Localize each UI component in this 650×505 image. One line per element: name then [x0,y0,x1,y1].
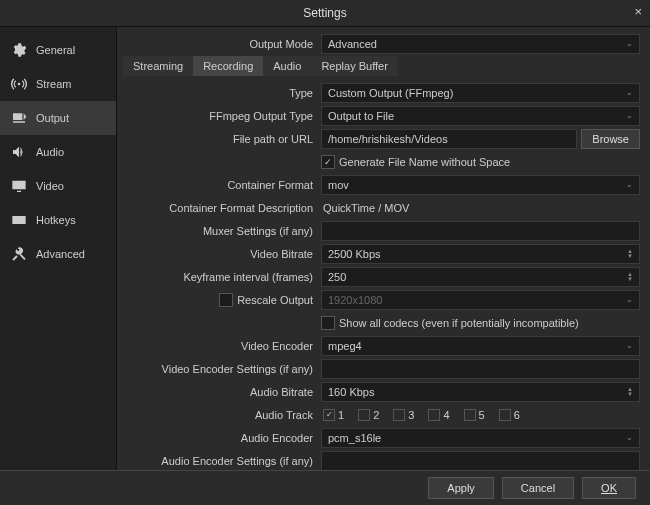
audio-enc-settings-input[interactable] [321,451,640,471]
sidebar-item-video[interactable]: Video [0,169,116,203]
sidebar-item-label: General [36,44,75,56]
checkmark-icon: ✓ [321,155,335,169]
audio-track-label: Audio Track [123,409,321,421]
tab-recording[interactable]: Recording [193,56,263,76]
sidebar-item-advanced[interactable]: Advanced [0,237,116,271]
speaker-icon [10,143,28,161]
sidebar-item-label: Hotkeys [36,214,76,226]
tab-streaming[interactable]: Streaming [123,56,193,76]
muxer-settings-input[interactable] [321,221,640,241]
sidebar-item-general[interactable]: General [0,33,116,67]
chevron-down-icon: ⌄ [626,35,633,53]
sidebar: General Stream Output Audio Video Hotkey… [0,27,117,470]
checkmark-icon: ✓ [323,409,335,421]
audio-enc-settings-label: Audio Encoder Settings (if any) [123,455,321,467]
filepath-input[interactable]: /home/hrishikesh/Videos [321,129,577,149]
audio-track-1[interactable]: ✓1 [323,409,344,421]
video-encoder-select[interactable]: mpeg4⌄ [321,336,640,356]
video-bitrate-label: Video Bitrate [123,248,321,260]
tab-audio[interactable]: Audio [263,56,311,76]
spinner-arrows-icon: ▲▼ [627,249,633,259]
filepath-label: File path or URL [123,133,321,145]
apply-button[interactable]: Apply [428,477,494,499]
audio-encoder-select[interactable]: pcm_s16le⌄ [321,428,640,448]
sidebar-item-label: Video [36,180,64,192]
sidebar-item-hotkeys[interactable]: Hotkeys [0,203,116,237]
dialog-footer: Apply Cancel OK [0,470,650,505]
audio-bitrate-label: Audio Bitrate [123,386,321,398]
rescale-label: Rescale Output [123,293,321,307]
ffmpeg-type-label: FFmpeg Output Type [123,110,321,122]
output-mode-select[interactable]: Advanced⌄ [321,34,640,54]
output-tabs: Streaming Recording Audio Replay Buffer [123,56,398,76]
content-panel: Output Mode Advanced⌄ Streaming Recordin… [117,27,650,470]
main-area: General Stream Output Audio Video Hotkey… [0,27,650,470]
container-format-label: Container Format [123,179,321,191]
chevron-down-icon: ⌄ [626,337,633,355]
audio-track-5[interactable]: 5 [464,409,485,421]
audio-track-6[interactable]: 6 [499,409,520,421]
rescale-checkbox[interactable] [219,293,233,307]
sidebar-item-label: Output [36,112,69,124]
output-icon [10,109,28,127]
chevron-down-icon: ⌄ [626,176,633,194]
sidebar-item-label: Advanced [36,248,85,260]
broadcast-icon [10,75,28,93]
tools-icon [10,245,28,263]
gen-filename-checkbox[interactable]: ✓Generate File Name without Space [321,155,510,169]
audio-encoder-label: Audio Encoder [123,432,321,444]
sidebar-item-stream[interactable]: Stream [0,67,116,101]
muxer-settings-label: Muxer Settings (if any) [123,225,321,237]
audio-track-3[interactable]: 3 [393,409,414,421]
keyboard-icon [10,211,28,229]
video-enc-settings-input[interactable] [321,359,640,379]
keyframe-label: Keyframe interval (frames) [123,271,321,283]
show-all-codecs-checkbox[interactable]: Show all codecs (even if potentially inc… [321,316,579,330]
sidebar-item-output[interactable]: Output [0,101,116,135]
type-select[interactable]: Custom Output (FFmpeg)⌄ [321,83,640,103]
chevron-down-icon: ⌄ [626,429,633,447]
browse-button[interactable]: Browse [581,129,640,149]
container-desc-value: QuickTime / MOV [321,202,409,214]
container-format-select[interactable]: mov⌄ [321,175,640,195]
audio-track-2[interactable]: 2 [358,409,379,421]
cancel-button[interactable]: Cancel [502,477,574,499]
close-icon[interactable]: × [634,4,642,19]
spinner-arrows-icon: ▲▼ [627,272,633,282]
spinner-arrows-icon: ▲▼ [627,387,633,397]
container-desc-label: Container Format Description [123,202,321,214]
chevron-down-icon: ⌄ [626,84,633,102]
rescale-select[interactable]: 1920x1080⌄ [321,290,640,310]
sidebar-item-audio[interactable]: Audio [0,135,116,169]
titlebar: Settings × [0,0,650,27]
tab-replay-buffer[interactable]: Replay Buffer [311,56,397,76]
ffmpeg-type-select[interactable]: Output to File⌄ [321,106,640,126]
ok-button[interactable]: OK [582,477,636,499]
window-title: Settings [303,6,346,20]
video-encoder-label: Video Encoder [123,340,321,352]
chevron-down-icon: ⌄ [626,291,633,309]
type-label: Type [123,87,321,99]
audio-track-4[interactable]: 4 [428,409,449,421]
monitor-icon [10,177,28,195]
output-mode-label: Output Mode [123,38,321,50]
audio-bitrate-spinbox[interactable]: 160 Kbps▲▼ [321,382,640,402]
audio-track-group: ✓1 2 3 4 5 6 [321,409,520,421]
sidebar-item-label: Audio [36,146,64,158]
keyframe-spinbox[interactable]: 250▲▼ [321,267,640,287]
video-bitrate-spinbox[interactable]: 2500 Kbps▲▼ [321,244,640,264]
gear-icon [10,41,28,59]
sidebar-item-label: Stream [36,78,71,90]
video-enc-settings-label: Video Encoder Settings (if any) [123,363,321,375]
chevron-down-icon: ⌄ [626,107,633,125]
